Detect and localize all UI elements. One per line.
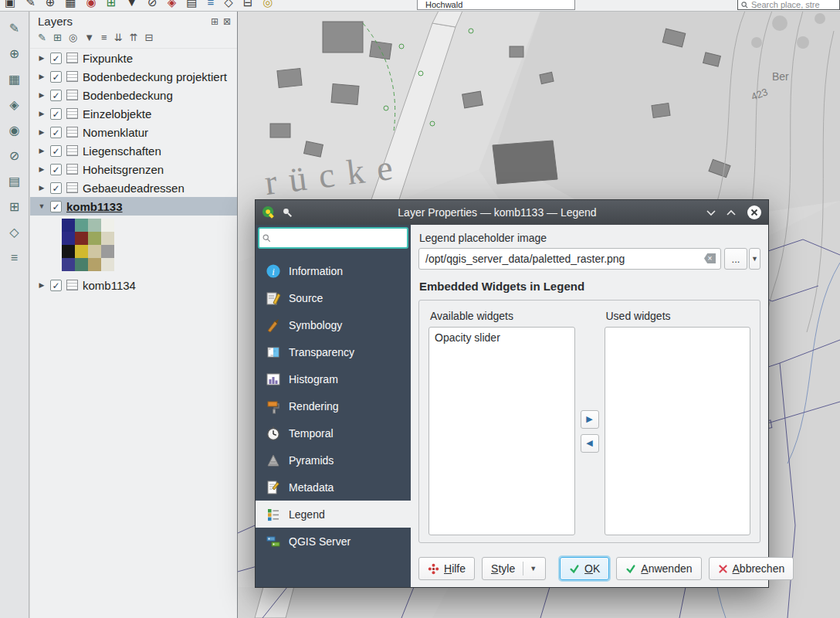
tab-information[interactable]: i Information (256, 257, 411, 284)
layer-item[interactable]: ▶ ✓ Bodenbedeckung (30, 86, 237, 104)
collapse-all-icon[interactable]: ⇈ (130, 32, 138, 43)
available-widgets-list[interactable]: Opacity slider (428, 327, 575, 535)
help-button[interactable]: Hilfe (418, 557, 475, 580)
remove-layer-icon[interactable]: ⊟ (144, 32, 153, 43)
browse-button[interactable]: ... (724, 248, 747, 270)
layer-item[interactable]: ▶ ✓ Fixpunkte (30, 49, 237, 67)
filter-legend-icon[interactable]: ▼ (84, 32, 94, 43)
expand-all-icon[interactable]: ⇊ (114, 32, 123, 43)
tab-rendering[interactable]: Rendering (256, 392, 411, 419)
layer-checkbox[interactable]: ✓ (50, 71, 62, 83)
tab-transparency[interactable]: Transparency (256, 338, 411, 365)
layer-checkbox[interactable]: ✓ (50, 182, 62, 194)
used-widgets-list[interactable] (605, 327, 751, 535)
apply-button[interactable]: Anwenden (616, 557, 701, 580)
collapse-arrow-icon[interactable]: ▼ (38, 202, 46, 210)
tab-symbology[interactable]: Symbology (256, 311, 411, 338)
add-layer-tool-icon[interactable]: ⊞ (9, 200, 19, 214)
toolbar-tool-icon[interactable]: ▣ (5, 0, 15, 10)
list-item[interactable]: Opacity slider (435, 331, 569, 344)
layer-checkbox[interactable]: ✓ (50, 127, 62, 138)
toolbar-tool-icon[interactable]: ⊘ (147, 0, 158, 10)
layer-checkbox[interactable]: ✓ (50, 201, 62, 212)
snap-tool-icon[interactable]: ◉ (9, 124, 20, 138)
toolbar-tool-icon[interactable]: ▼ (126, 0, 137, 10)
layer-checkbox[interactable]: ✓ (50, 53, 62, 64)
properties-search-box[interactable] (258, 227, 408, 249)
style-button[interactable]: Style ▼ (482, 557, 546, 580)
toolbar-tool-icon[interactable]: ◉ (86, 0, 97, 10)
expand-arrow-icon[interactable]: ▶ (38, 165, 46, 173)
expand-arrow-icon[interactable]: ▶ (38, 128, 46, 136)
toolbar-tool-icon[interactable]: ◇ (224, 0, 233, 10)
toolbar-tool-icon[interactable]: ✎ (25, 0, 36, 10)
expand-arrow-icon[interactable]: ▶ (38, 110, 46, 117)
vertex-tool-icon[interactable]: ◈ (9, 98, 19, 112)
layer-item[interactable]: ▶ ✓ Hoheitsgrenzen (30, 160, 237, 178)
toolbar-tool-icon[interactable]: ▤ (186, 0, 197, 10)
expand-arrow-icon[interactable]: ▶ (38, 73, 46, 80)
tab-legend-active[interactable]: Legend (256, 501, 411, 528)
tab-metadata[interactable]: Metadata (256, 474, 411, 501)
toolbar-tool-icon[interactable]: ◎ (262, 0, 273, 10)
layer-item[interactable]: ▶ ✓ Liegenschaften (30, 141, 237, 160)
toolbar-tool-icon[interactable]: ⊕ (46, 0, 56, 10)
layer-item-selected[interactable]: ▼ ✓ komb1133 (30, 197, 237, 216)
add-feature-tool-icon[interactable]: ⊕ (9, 47, 19, 61)
tab-temporal[interactable]: Temporal (256, 419, 411, 447)
remove-widget-button[interactable]: ◀ (581, 434, 599, 453)
path-dropdown-icon[interactable]: ▼ (749, 248, 760, 270)
placeholder-image-path-input[interactable] (418, 248, 721, 270)
style-dropdown-icon[interactable]: ▼ (530, 565, 537, 572)
disable-tool-icon[interactable]: ⊘ (9, 149, 19, 163)
layer-item[interactable]: ▶ ✓ Nomenklatur (30, 123, 237, 141)
tab-source[interactable]: Source (256, 284, 411, 311)
dialog-titlebar[interactable]: Layer Properties — komb1133 — Legend (256, 200, 768, 225)
layer-item[interactable]: ▶ ✓ Bodenbedeckung projektiert (30, 67, 237, 86)
edit-tool-icon[interactable]: ✎ (9, 22, 19, 36)
panel-close-icon[interactable]: ⊠ (223, 16, 231, 27)
scale-combo[interactable]: Hochwald (417, 0, 575, 10)
tab-qgis-server[interactable]: QGIS Server (256, 528, 411, 555)
add-widget-button[interactable]: ▶ (581, 410, 599, 429)
shade-window-icon[interactable] (727, 209, 736, 217)
close-icon[interactable] (747, 205, 762, 220)
layer-checkbox[interactable]: ✓ (50, 108, 62, 120)
locator-search-field[interactable]: Search place, stre (737, 0, 840, 10)
expand-arrow-icon[interactable]: ▶ (38, 147, 46, 154)
layer-styling-icon[interactable]: ✎ (38, 32, 46, 43)
window-menu-icon[interactable] (706, 209, 716, 217)
layers-panel: Layers ⊞ ⊠ ✎ ⊞ ◎ ▼ ≡ ⇊ ⇈ ⊟ ▶ ✓ Fixpunkte… (30, 11, 238, 618)
layer-item[interactable]: ▶ ✓ komb1134 (30, 276, 237, 294)
toolbar-tool-icon[interactable]: ⊟ (243, 0, 253, 10)
layer-item[interactable]: ▶ ✓ Einzelobjekte (30, 104, 237, 123)
list-tool-icon[interactable]: ≡ (11, 251, 18, 265)
ok-button[interactable]: OK (560, 557, 609, 580)
layer-checkbox[interactable]: ✓ (50, 145, 62, 157)
toolbar-tool-icon[interactable]: ≡ (207, 0, 214, 10)
tab-pyramids[interactable]: Pyramids (256, 447, 411, 474)
layer-item[interactable]: ▶ ✓ Gebaeudeadressen (30, 178, 237, 197)
tab-histogram[interactable]: Histogram (256, 365, 411, 392)
shape-tool-icon[interactable]: ◇ (9, 226, 19, 239)
expand-arrow-icon[interactable]: ▶ (38, 184, 46, 192)
expand-arrow-icon[interactable]: ▶ (38, 281, 46, 289)
panel-float-icon[interactable]: ⊞ (211, 16, 218, 27)
properties-search-input[interactable] (274, 232, 404, 245)
pin-icon[interactable] (282, 207, 293, 218)
cancel-button[interactable]: Abbrechen (709, 557, 794, 580)
toolbar-tool-icon[interactable]: ⊞ (107, 0, 117, 10)
filter-expression-icon[interactable]: ≡ (101, 32, 107, 43)
layer-checkbox[interactable]: ✓ (50, 164, 62, 175)
tab-label: Legend (289, 508, 325, 521)
add-group-icon[interactable]: ⊞ (53, 32, 62, 43)
toolbar-tool-icon[interactable]: ◈ (168, 0, 177, 10)
expand-arrow-icon[interactable]: ▶ (38, 54, 46, 62)
layer-checkbox[interactable]: ✓ (50, 280, 62, 291)
layer-checkbox[interactable]: ✓ (50, 90, 62, 101)
expand-arrow-icon[interactable]: ▶ (38, 91, 46, 99)
map-themes-icon[interactable]: ◎ (69, 32, 77, 43)
grid-tool-icon[interactable]: ▦ (8, 73, 20, 87)
toolbar-tool-icon[interactable]: ▦ (65, 0, 76, 10)
layers-tool-icon[interactable]: ▤ (8, 175, 20, 188)
